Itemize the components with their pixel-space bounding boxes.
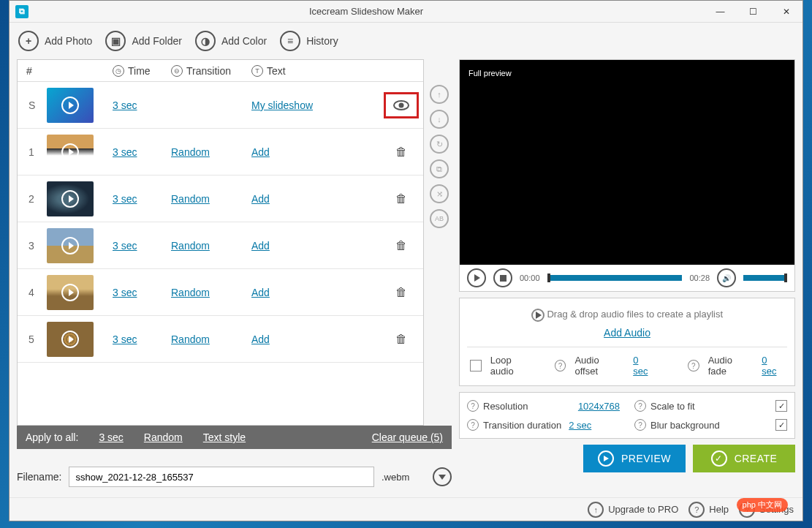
table-row[interactable]: S 3 sec My slideshow <box>18 82 423 129</box>
loop-audio-checkbox[interactable] <box>470 360 482 372</box>
blur-checkbox[interactable]: ✓ <box>775 419 787 431</box>
table-row[interactable]: 1 3 sec Random Add 🗑 <box>18 129 423 176</box>
slide-thumbnail[interactable] <box>47 322 94 357</box>
help-icon[interactable]: ? <box>634 419 646 431</box>
preview-button[interactable]: PREVIEW <box>583 445 686 472</box>
col-time: ◷Time <box>113 65 171 77</box>
delete-button[interactable]: 🗑 <box>395 146 407 159</box>
text-link[interactable]: Add <box>251 287 379 298</box>
transition-link[interactable]: Random <box>171 287 251 298</box>
eye-icon <box>393 100 409 110</box>
main-area: # ◷Time ⊖Transition TText S 3 sec <box>10 59 802 497</box>
help-icon[interactable]: ? <box>634 400 646 412</box>
table-row[interactable]: 5 3 sec Random Add 🗑 <box>18 316 423 363</box>
check-icon <box>711 450 727 467</box>
add-folder-button[interactable]: ▣ Add Folder <box>105 31 181 51</box>
delete-button[interactable]: 🗑 <box>395 239 407 252</box>
delete-button[interactable]: 🗑 <box>395 192 407 205</box>
audio-offset-label: Audio offset <box>574 355 624 377</box>
duplicate-button[interactable]: ⧉ <box>430 159 449 178</box>
time-link[interactable]: 3 sec <box>113 146 171 158</box>
table-row[interactable]: 2 3 sec Random Add 🗑 <box>18 176 423 222</box>
transition-icon: ⊖ <box>171 65 183 77</box>
volume-bar[interactable] <box>743 275 787 281</box>
resolution-label: Resolution <box>483 401 528 412</box>
volume-button[interactable]: 🔊 <box>717 268 736 287</box>
play-icon <box>61 190 79 208</box>
clock-icon: ◷ <box>113 65 124 77</box>
left-panel: # ◷Time ⊖Transition TText S 3 sec <box>17 59 452 490</box>
text-link[interactable]: Add <box>251 193 379 205</box>
row-actions-column: ↑ ↓ ↻ ⧉ ⤨ AB <box>430 59 452 426</box>
add-audio-link[interactable]: Add Audio <box>604 327 650 339</box>
scale-checkbox[interactable]: ✓ <box>775 400 787 412</box>
format-dropdown[interactable] <box>433 467 452 486</box>
apply-text-style-link[interactable]: Text style <box>203 431 246 443</box>
help-icon[interactable]: ? <box>555 360 566 372</box>
table-body: S 3 sec My slideshow 1 3 sec Random <box>18 82 423 425</box>
video-preview-area[interactable]: Full preview <box>460 60 794 265</box>
action-buttons-row: PREVIEW CREATE <box>459 445 795 472</box>
delete-button[interactable]: 🗑 <box>395 333 407 346</box>
transition-link[interactable]: Random <box>171 240 251 252</box>
slide-thumbnail[interactable] <box>47 88 94 123</box>
shuffle-button[interactable]: ⤨ <box>430 184 449 203</box>
transition-link[interactable]: Random <box>171 333 251 345</box>
create-button[interactable]: CREATE <box>693 445 795 472</box>
clear-queue-link[interactable]: Clear queue (5) <box>372 431 443 443</box>
delete-button[interactable]: 🗑 <box>395 286 407 299</box>
move-up-button[interactable]: ↑ <box>430 85 449 104</box>
slide-thumbnail[interactable] <box>47 275 94 310</box>
time-link[interactable]: 3 sec <box>113 193 171 205</box>
help-icon[interactable]: ? <box>688 360 699 372</box>
apply-transition-link[interactable]: Random <box>144 431 183 443</box>
upgrade-link[interactable]: ↑ Upgrade to PRO <box>588 502 678 518</box>
add-photo-button[interactable]: + Add Photo <box>18 31 92 51</box>
list-icon: ≡ <box>280 31 300 51</box>
transition-link[interactable]: Random <box>171 193 251 205</box>
play-button[interactable] <box>467 268 486 287</box>
time-link[interactable]: 3 sec <box>113 240 171 252</box>
audio-fade-value[interactable]: 0 sec <box>762 355 784 377</box>
resolution-value[interactable]: 1024x768 <box>578 401 620 412</box>
ab-button[interactable]: AB <box>430 209 449 228</box>
audio-icon <box>531 309 545 322</box>
add-color-button[interactable]: ◑ Add Color <box>195 31 267 51</box>
minimize-button[interactable]: — <box>704 1 737 23</box>
filename-ext: .webm <box>382 472 425 483</box>
app-window: ⧉ Icecream Slideshow Maker — ☐ ✕ + Add P… <box>9 0 803 521</box>
seek-bar[interactable] <box>547 275 683 281</box>
table-row[interactable]: 3 3 sec Random Add 🗑 <box>18 222 423 269</box>
play-icon <box>598 450 614 467</box>
maximize-button[interactable]: ☐ <box>737 1 770 23</box>
table-row[interactable]: 4 3 sec Random Add 🗑 <box>18 269 423 316</box>
transition-link[interactable]: Random <box>171 146 251 158</box>
move-down-button[interactable]: ↓ <box>430 110 449 129</box>
text-link[interactable]: Add <box>251 146 379 158</box>
text-link[interactable]: Add <box>251 333 379 345</box>
help-icon[interactable]: ? <box>467 419 479 431</box>
duration-value[interactable]: 2 sec <box>569 420 591 431</box>
time-link[interactable]: 3 sec <box>113 287 171 298</box>
time-total: 00:28 <box>689 274 710 282</box>
close-button[interactable]: ✕ <box>770 1 802 23</box>
slide-thumbnail[interactable] <box>47 181 94 216</box>
play-icon <box>61 284 79 301</box>
col-transition: ⊖Transition <box>171 65 251 77</box>
apply-time-link[interactable]: 3 sec <box>99 431 123 443</box>
text-link[interactable]: Add <box>251 240 379 252</box>
time-link[interactable]: 3 sec <box>113 99 171 111</box>
slide-thumbnail[interactable] <box>47 135 94 170</box>
question-icon: ? <box>688 502 705 518</box>
rotate-button[interactable]: ↻ <box>430 135 449 154</box>
time-link[interactable]: 3 sec <box>113 333 171 345</box>
text-link[interactable]: My slideshow <box>251 99 379 111</box>
stop-button[interactable] <box>493 268 512 287</box>
help-link[interactable]: ? Help <box>688 502 729 518</box>
filename-input[interactable] <box>69 467 374 487</box>
slide-thumbnail[interactable] <box>47 228 94 263</box>
help-icon[interactable]: ? <box>467 400 479 412</box>
preview-slide-button[interactable] <box>384 92 419 118</box>
audio-offset-value[interactable]: 0 sec <box>633 355 656 377</box>
history-button[interactable]: ≡ History <box>280 31 338 51</box>
